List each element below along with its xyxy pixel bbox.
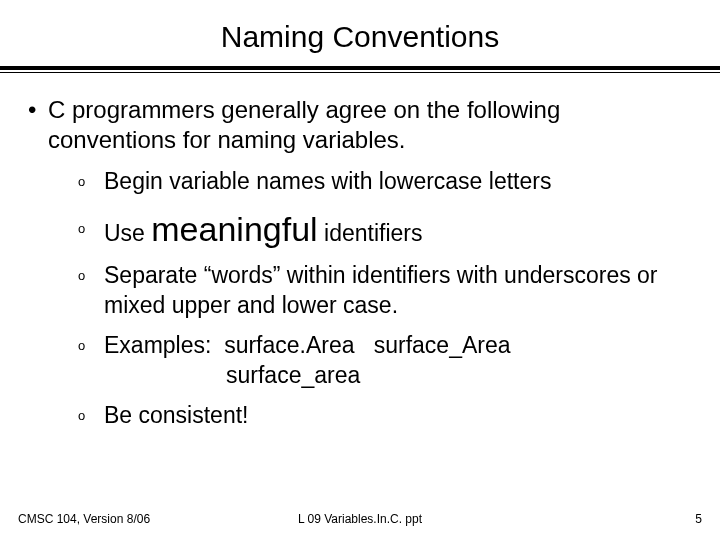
- footer-course: CMSC 104, Version 8/06: [18, 512, 150, 526]
- slide-body: •C programmers generally agree on the fo…: [0, 95, 720, 431]
- emphasized-word: meaningful: [151, 210, 317, 248]
- list-item: o Be consistent!: [78, 401, 692, 431]
- list-item-text: Use meaningful identifiers: [104, 207, 692, 251]
- examples-line2: surface_area: [104, 362, 360, 388]
- circle-bullet-icon: o: [78, 331, 104, 391]
- circle-bullet-icon: o: [78, 207, 104, 251]
- main-bullet: •C programmers generally agree on the fo…: [28, 95, 692, 155]
- sub-bullet-list: o Begin variable names with lowercase le…: [28, 167, 692, 431]
- text-pre: Use: [104, 220, 151, 246]
- bullet-dot-icon: •: [28, 95, 48, 125]
- list-item: o Separate “words” within identifiers wi…: [78, 261, 692, 321]
- text-post: identifiers: [318, 220, 423, 246]
- list-item-text: Examples: surface.Area surface_Area surf…: [104, 331, 692, 391]
- circle-bullet-icon: o: [78, 261, 104, 321]
- list-item-text: Separate “words” within identifiers with…: [104, 261, 692, 321]
- slide: Naming Conventions •C programmers genera…: [0, 0, 720, 540]
- list-item-text: Begin variable names with lowercase lett…: [104, 167, 692, 197]
- list-item: o Use meaningful identifiers: [78, 207, 692, 251]
- examples-line1: Examples: surface.Area surface_Area: [104, 332, 511, 358]
- main-bullet-text: C programmers generally agree on the fol…: [48, 96, 560, 153]
- title-divider: [0, 66, 720, 73]
- divider-thin: [0, 72, 720, 73]
- list-item: o Begin variable names with lowercase le…: [78, 167, 692, 197]
- footer-page-number: 5: [695, 512, 702, 526]
- circle-bullet-icon: o: [78, 401, 104, 431]
- list-item-text: Be consistent!: [104, 401, 692, 431]
- list-item: o Examples: surface.Area surface_Area su…: [78, 331, 692, 391]
- circle-bullet-icon: o: [78, 167, 104, 197]
- footer-filename: L 09 Variables.In.C. ppt: [298, 512, 422, 526]
- divider-thick: [0, 66, 720, 70]
- slide-title: Naming Conventions: [0, 20, 720, 54]
